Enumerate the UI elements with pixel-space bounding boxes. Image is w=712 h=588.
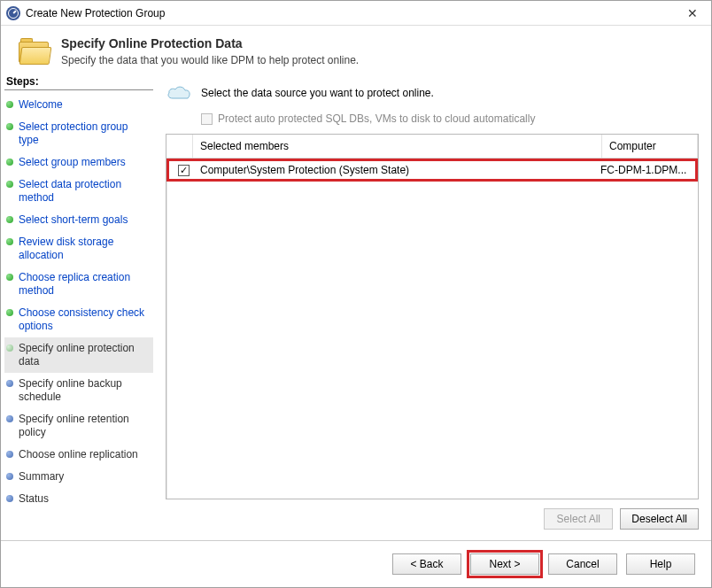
step-label: Status: [19, 492, 49, 506]
select-all-button[interactable]: Select All: [544, 508, 613, 530]
step-label: Choose replica creation method: [19, 271, 150, 298]
window-title: Create New Protection Group: [26, 7, 674, 19]
step-bullet-icon: [6, 451, 13, 458]
step-item: Choose online replication: [4, 444, 153, 466]
step-bullet-icon: [6, 123, 13, 130]
step-bullet-icon: [6, 380, 13, 387]
wizard-footer: < Back Next > Cancel Help: [1, 540, 711, 587]
next-button[interactable]: Next >: [470, 553, 539, 575]
titlebar: Create New Protection Group ✕: [1, 1, 711, 26]
col-check-header: [166, 135, 193, 158]
page-subtitle: Specify the data that you would like DPM…: [61, 54, 359, 66]
scroll-handle[interactable]: [166, 492, 699, 499]
step-bullet-icon: [6, 415, 13, 422]
step-label: Choose consistency check options: [19, 306, 150, 333]
wizard-header: Specify Online Protection Data Specify t…: [1, 26, 711, 75]
step-bullet-icon: [6, 101, 13, 108]
step-label: Summary: [19, 470, 64, 484]
row-checkbox[interactable]: [178, 165, 190, 176]
app-icon: [6, 6, 20, 20]
auto-protect-checkbox: Protect auto protected SQL DBs, VMs to d…: [201, 112, 699, 125]
step-item: Specify online retention policy: [4, 408, 153, 444]
table-row[interactable]: Computer\System Protection (System State…: [166, 159, 698, 182]
step-item: Summary: [4, 466, 153, 488]
steps-heading: Steps:: [4, 75, 153, 90]
close-icon: ✕: [687, 6, 698, 20]
cloud-icon: [166, 84, 192, 102]
step-label: Choose online replication: [19, 448, 138, 461]
row-member: Computer\System Protection (System State…: [195, 164, 600, 176]
step-bullet-icon: [6, 238, 13, 245]
checkbox-icon: [201, 113, 213, 125]
step-label: Select group members: [19, 156, 126, 169]
step-item[interactable]: Select short-term goals: [4, 209, 153, 231]
step-item[interactable]: Choose replica creation method: [4, 267, 153, 302]
main-pane: Select the data source you want to prote…: [157, 75, 711, 540]
select-buttons: Select All Deselect All: [166, 499, 699, 531]
step-item[interactable]: Review disk storage allocation: [4, 231, 153, 267]
step-label: Select short-term goals: [19, 213, 128, 227]
step-item[interactable]: Select group members: [4, 151, 153, 174]
row-computer: FC-DPM-1.DPM...: [600, 164, 693, 176]
step-item: Status: [4, 488, 153, 510]
close-button[interactable]: ✕: [674, 1, 711, 26]
wizard-body: Steps: WelcomeSelect protection group ty…: [1, 75, 711, 540]
step-bullet-icon: [6, 274, 13, 281]
auto-protect-label: Protect auto protected SQL DBs, VMs to d…: [218, 112, 535, 125]
deselect-all-button[interactable]: Deselect All: [620, 508, 699, 530]
instruction-text: Select the data source you want to prote…: [201, 87, 434, 99]
step-bullet-icon: [6, 473, 13, 480]
step-item[interactable]: Choose consistency check options: [4, 302, 153, 337]
members-header: Selected members Computer: [166, 135, 698, 159]
steps-list: WelcomeSelect protection group typeSelec…: [4, 94, 153, 510]
step-label: Review disk storage allocation: [19, 236, 150, 262]
cancel-button[interactable]: Cancel: [548, 553, 617, 575]
step-bullet-icon: [6, 495, 13, 502]
col-computer-header[interactable]: Computer: [602, 135, 698, 158]
step-label: Specify online retention policy: [19, 413, 150, 439]
members-rows: Computer\System Protection (System State…: [166, 159, 698, 499]
step-item[interactable]: Welcome: [4, 94, 153, 116]
folder-icon: [19, 38, 50, 65]
help-button[interactable]: Help: [626, 553, 695, 575]
step-item[interactable]: Select data protection method: [4, 174, 153, 209]
step-label: Select protection group type: [19, 120, 150, 147]
step-bullet-icon: [6, 216, 13, 223]
members-table: Selected members Computer Computer\Syste…: [166, 134, 699, 499]
step-bullet-icon: [6, 309, 13, 316]
step-label: Specify online protection data: [19, 342, 150, 368]
back-button[interactable]: < Back: [392, 553, 461, 575]
step-item[interactable]: Select protection group type: [4, 116, 153, 151]
step-bullet-icon: [6, 344, 13, 352]
row-check-cell: [172, 165, 195, 176]
step-label: Specify online backup schedule: [19, 377, 150, 404]
instruction-row: Select the data source you want to prote…: [166, 84, 699, 102]
step-item: Specify online backup schedule: [4, 373, 153, 408]
step-label: Select data protection method: [19, 178, 150, 205]
page-title: Specify Online Protection Data: [61, 36, 359, 50]
step-bullet-icon: [6, 159, 13, 166]
col-member-header[interactable]: Selected members: [193, 135, 602, 158]
step-item: Specify online protection data: [4, 337, 153, 373]
step-bullet-icon: [6, 181, 13, 188]
step-label: Welcome: [19, 98, 63, 112]
wizard-window: Create New Protection Group ✕ Specify On…: [0, 0, 712, 588]
steps-pane: Steps: WelcomeSelect protection group ty…: [1, 75, 157, 540]
